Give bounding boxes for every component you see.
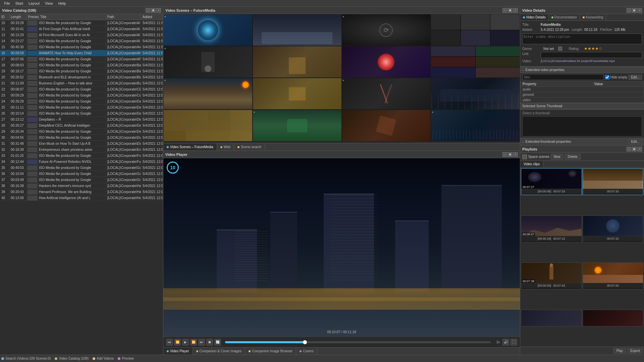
table-row[interactable]: 15 00:45:30 ISO Media file produced by G…: [0, 44, 163, 50]
catalog-minimize-btn[interactable]: –: [146, 8, 150, 13]
player-skip-end-btn[interactable]: ⏭: [198, 339, 205, 346]
export-btn[interactable]: Export: [627, 348, 643, 354]
scene-thumb-16[interactable]: ●: [431, 110, 520, 141]
scene-thumb-7[interactable]: [342, 46, 431, 78]
player-tab-companion[interactable]: Companion & Cover Images: [193, 348, 246, 355]
playlists-close-btn[interactable]: ×: [637, 147, 642, 152]
status-add-videos[interactable]: Add Videos: [93, 357, 114, 360]
table-row[interactable]: 31 00:31:48 Elon Musk on How To Start Up…: [0, 141, 163, 147]
playlists-restore-btn[interactable]: ▣: [632, 147, 637, 152]
table-row[interactable]: 34 00:12:44 Future AI-Powered Robotics N…: [0, 159, 163, 165]
clip-item-6[interactable]: 00:07:43: [583, 262, 644, 289]
scenes-minimize-btn[interactable]: –: [502, 8, 507, 13]
table-row[interactable]: 14 00:23:27 ISO Media file produced by G…: [0, 38, 163, 44]
player-progress-handle[interactable]: [303, 340, 307, 344]
table-row[interactable]: 10 00:33:28 ISO Media file produced by G…: [0, 20, 163, 26]
table-row[interactable]: 17 00:07:06 ISO Media file produced by G…: [0, 56, 163, 62]
player-loop-btn[interactable]: 🔄: [214, 339, 221, 346]
table-row[interactable]: 29 00:26:34 ISO Media file produced by G…: [0, 129, 163, 135]
scenes-tab-search[interactable]: Scene search: [234, 143, 265, 150]
scenes-restore-btn[interactable]: ▣: [508, 8, 513, 13]
scene-thumb-5[interactable]: ●: [163, 46, 253, 78]
clip-item-8[interactable]: [583, 310, 644, 326]
scene-thumb-14[interactable]: ●: [253, 110, 342, 141]
hide-empty-checkbox[interactable]: [605, 75, 609, 79]
col-title[interactable]: Title: [39, 14, 106, 20]
tab-video-details[interactable]: Video Details: [520, 14, 549, 20]
table-row[interactable]: 27 00:13:12 Deepfakes – R [LOCAL]\Corpor…: [0, 117, 163, 123]
scene-thumb-1[interactable]: ●: [163, 14, 253, 46]
table-row[interactable]: 20 00:26:52 Bluetooth and BLE developmen…: [0, 74, 163, 80]
delete-playlist-btn[interactable]: Delete: [565, 154, 581, 160]
col-length[interactable]: Length: [9, 14, 27, 20]
scene-thumb-4[interactable]: [431, 14, 520, 46]
scene-thumb-9[interactable]: ●: [163, 78, 253, 110]
player-skip-start-btn[interactable]: ⏮: [166, 339, 173, 346]
catalog-restore-btn[interactable]: ▣: [151, 8, 156, 13]
col-preview[interactable]: Preview: [27, 14, 39, 20]
table-row[interactable]: 23 00:09:29 ISO Media file produced by G…: [0, 93, 163, 99]
table-row[interactable]: 18 00:08:03 ISO Media file produced by G…: [0, 62, 163, 68]
tab-documentation[interactable]: Documentation: [549, 14, 580, 20]
filter-input[interactable]: [522, 74, 604, 80]
player-stop-btn[interactable]: ⏹: [206, 339, 213, 346]
player-tab-player[interactable]: Video Player: [163, 348, 193, 355]
player-next-btn[interactable]: ⏩: [190, 339, 197, 346]
menu-file[interactable]: File: [1, 1, 13, 6]
clip-item-5[interactable]: 00:07:38 [00:00:05] 00:07:43: [521, 262, 582, 289]
status-catalog[interactable]: Video Catalog (109): [55, 357, 89, 360]
player-progress-bar[interactable]: [225, 341, 491, 343]
catalog-close-btn[interactable]: ×: [156, 8, 161, 13]
clip-item-4[interactable]: 00:07:15: [583, 216, 644, 242]
table-row[interactable]: 38 00:16:39 Hackers the internet's immun…: [0, 183, 163, 189]
genre-toggle[interactable]: [558, 47, 562, 51]
scene-thumb-6[interactable]: [253, 46, 342, 78]
scene-thumb-15[interactable]: [342, 110, 431, 141]
scene-thumb-3[interactable]: ● ⟳: [342, 14, 431, 46]
table-row[interactable]: 30 00:04:55 ISO Media file produced by G…: [0, 135, 163, 141]
clip-item-2[interactable]: 00:07:33: [583, 168, 644, 195]
table-row[interactable]: 28 00:26:27 DeepMind CEO, Artificial Int…: [0, 123, 163, 129]
player-fullscreen-btn[interactable]: ⛶: [511, 339, 517, 346]
details-minimize-btn[interactable]: –: [627, 8, 631, 13]
clip-item-7[interactable]: [521, 310, 582, 326]
table-row[interactable]: 39 00:20:43 Harvard Professor, We are Bu…: [0, 189, 163, 195]
table-row[interactable]: 16 00:09:59 ANIMATE How To Help Every Ch…: [0, 50, 163, 56]
player-prev-btn[interactable]: ⏪: [174, 339, 181, 346]
description-textarea[interactable]: [522, 34, 642, 44]
table-row[interactable]: 22 00:06:07 ISO Media file produced by G…: [0, 86, 163, 93]
tab-keywording[interactable]: Keywording: [580, 14, 606, 20]
player-restore-btn[interactable]: ▣: [508, 152, 513, 157]
scenes-tab-scenes[interactable]: Video Scenes – FutureMedia: [163, 143, 217, 150]
details-restore-btn[interactable]: ▣: [632, 8, 637, 13]
extended-props-header[interactable]: – Extended video properties: [520, 67, 644, 73]
col-added[interactable]: Added: [141, 14, 163, 20]
table-row[interactable]: 40 00:13:58 How Artificial Intelligence …: [0, 195, 163, 201]
details-close-btn[interactable]: ×: [637, 8, 642, 13]
table-row[interactable]: 21 00:11:09 Business English – How to ta…: [0, 80, 163, 86]
player-close-btn[interactable]: ×: [513, 152, 518, 157]
play-btn[interactable]: Play: [613, 348, 626, 354]
extended-thumb-header[interactable]: – Extended thumbnail properties Edit...: [520, 138, 644, 145]
player-play-btn[interactable]: ▶: [182, 339, 189, 346]
scene-thumb-13[interactable]: [163, 110, 253, 141]
playlists-minimize-btn[interactable]: –: [627, 147, 631, 152]
table-row[interactable]: 11 00:15:41 AI First Google Puts Artific…: [0, 26, 163, 32]
menu-view[interactable]: View: [42, 1, 56, 6]
scene-thumb-11[interactable]: ●: [342, 78, 431, 110]
table-row[interactable]: 35 00:40:03 ISO Media file produced by G…: [0, 165, 163, 171]
thumb-edit-btn[interactable]: Edit...: [629, 139, 642, 144]
link-input[interactable]: [541, 52, 642, 58]
table-row[interactable]: 13 00:13:29 AI First Microsoft Goes All …: [0, 32, 163, 38]
space-scenes-toggle[interactable]: [522, 155, 527, 159]
clip-item-1[interactable]: 00:07:27 [00:00:06] 00:07:33: [521, 168, 582, 195]
scene-thumb-12[interactable]: [431, 78, 520, 110]
table-row[interactable]: 26 00:10:14 ISO Media file produced by G…: [0, 111, 163, 117]
scene-thumb-2[interactable]: [253, 14, 342, 46]
scenes-close-btn[interactable]: ×: [513, 8, 518, 13]
table-row[interactable]: 19 00:18:17 ISO Media file produced by G…: [0, 68, 163, 74]
table-row[interactable]: 33 01:01:25 ISO Media file produced by G…: [0, 153, 163, 159]
col-path[interactable]: Path: [106, 14, 141, 20]
status-search[interactable]: Search (Videos:109 Scenes:0): [1, 357, 51, 360]
ptab-video-clips[interactable]: Video clips: [520, 161, 543, 167]
